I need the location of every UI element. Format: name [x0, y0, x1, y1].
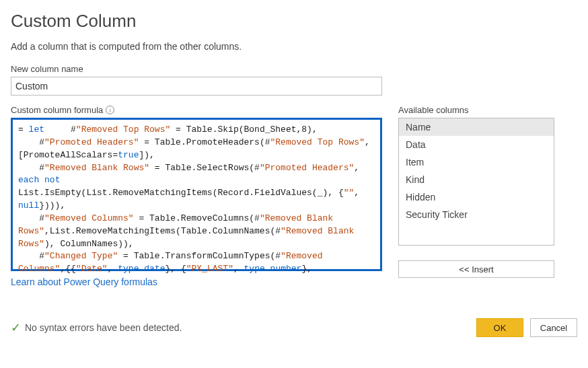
insert-button[interactable]: << Insert: [398, 260, 554, 278]
dialog-title: Custom Column: [11, 11, 577, 32]
status-bar: ✓ No syntax errors have been detected.: [11, 322, 182, 334]
formula-editor[interactable]: = let #"Removed Top Rows" = Table.Skip(B…: [11, 118, 382, 271]
available-column-item[interactable]: Hidden: [399, 188, 554, 206]
available-column-item[interactable]: Security Ticker: [399, 206, 554, 223]
learn-link[interactable]: Learn about Power Query formulas: [11, 277, 157, 287]
ok-button[interactable]: OK: [476, 318, 523, 337]
check-icon: ✓: [11, 322, 21, 334]
new-column-name-label: New column name: [11, 64, 577, 74]
available-column-item[interactable]: Name: [399, 118, 554, 136]
available-column-item[interactable]: Data: [399, 136, 554, 153]
status-text: No syntax errors have been detected.: [25, 322, 182, 333]
available-columns-label: Available columns: [398, 105, 554, 115]
available-column-item[interactable]: Kind: [399, 171, 554, 188]
new-column-name-input[interactable]: [11, 77, 382, 96]
cancel-button[interactable]: Cancel: [530, 318, 577, 337]
dialog-subtitle: Add a column that is computed from the o…: [11, 41, 577, 52]
available-column-item[interactable]: Item: [399, 153, 554, 171]
formula-label: Custom column formula i: [11, 105, 382, 115]
info-icon[interactable]: i: [106, 106, 114, 114]
available-columns-list[interactable]: NameDataItemKindHiddenSecurity Ticker: [398, 118, 554, 246]
cursor-icon: [257, 0, 268, 1]
